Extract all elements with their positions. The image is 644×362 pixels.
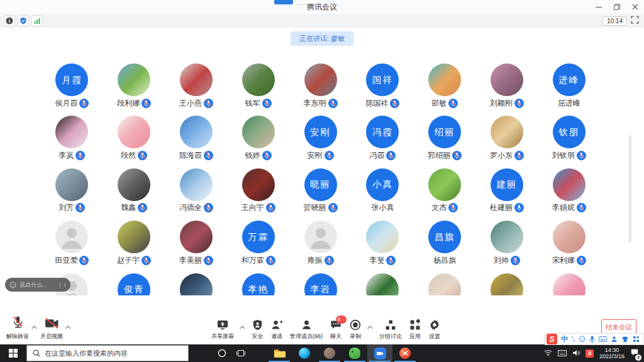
participant-tile[interactable]: 进峰屈进峰	[538, 63, 600, 116]
participant-tile[interactable]: 冯德全	[165, 168, 228, 221]
wifi-icon[interactable]	[544, 348, 552, 359]
toolbox-icon[interactable]	[633, 336, 640, 343]
participant-tile[interactable]: 冯霞冯霞	[352, 116, 414, 168]
participant-tile[interactable]: 国祥陈国祥	[352, 63, 414, 116]
network-signal-icon[interactable]	[31, 15, 43, 26]
participant-tile[interactable]: 雍振	[289, 221, 352, 273]
taskbar-app-edge[interactable]	[292, 344, 317, 362]
participant-tile[interactable]: 小真张小真	[352, 168, 414, 221]
participant-tile[interactable]: 刘芳	[41, 168, 103, 221]
participant-tile[interactable]: 田亚爱	[41, 221, 103, 273]
sogou-logo[interactable]: S	[547, 334, 557, 344]
punctuation-icon[interactable]: ’,	[572, 336, 575, 342]
participant-tile[interactable]: 安刚安刚	[289, 116, 352, 168]
participant-tile[interactable]: 钱军	[227, 63, 289, 116]
participant-tile[interactable]: 绍丽郭绍丽	[414, 116, 476, 168]
taskbar-app-profile-app[interactable]	[317, 344, 342, 362]
participant-avatar: 晓丽	[304, 168, 337, 201]
participant-tile[interactable]: 李东明	[289, 63, 352, 116]
participant-tile[interactable]: 段然	[103, 116, 165, 168]
toolbar-breakout-button[interactable]: 分组讨论	[378, 319, 403, 341]
participant-tile[interactable]: 李岩	[289, 273, 352, 295]
participant-tile[interactable]: 刘颖刚	[476, 63, 538, 116]
touch-keyboard-icon[interactable]	[558, 348, 567, 359]
participant-tile[interactable]: 刘帅	[476, 221, 538, 273]
participant-tile[interactable]: 罗小东	[476, 116, 538, 168]
participant-tile[interactable]: 段利娜	[103, 63, 165, 116]
record-chevron[interactable]	[367, 321, 373, 332]
minimize-button[interactable]	[589, 0, 608, 14]
unmute-button[interactable]: 解除静音	[5, 315, 30, 341]
participant-tile[interactable]	[165, 273, 228, 295]
toolbar-record-button[interactable]: 录制	[348, 319, 363, 341]
toolbar-members-button[interactable]: 管理成员(96)	[289, 319, 324, 341]
taskbar-search-input[interactable]: 在这里输入你要搜索的内容	[26, 345, 189, 361]
share-screen-chevron[interactable]	[240, 321, 245, 332]
sogou-tray-icon[interactable]: S	[586, 349, 594, 358]
taskbar-app-tencent-meeting[interactable]	[367, 344, 392, 362]
close-button[interactable]	[626, 0, 644, 14]
user-center-icon[interactable]	[611, 336, 618, 343]
participant-tile[interactable]: 邵敏	[414, 63, 476, 116]
mic-options-chevron[interactable]	[31, 321, 37, 332]
participant-tile[interactable]: 王小燕	[165, 63, 228, 116]
participant-tile[interactable]: 万霖和万霖	[227, 221, 289, 273]
participant-tile[interactable]: 宋利娜	[538, 221, 600, 273]
participant-tile[interactable]: 李斐	[352, 221, 414, 273]
participant-tile[interactable]: 李娟妮	[538, 168, 600, 221]
speaker-icon[interactable]	[572, 348, 580, 359]
chat-quick-input[interactable]: 说点什么... ‹	[5, 278, 70, 292]
toolbar-settings-button[interactable]: 设置	[427, 319, 442, 341]
taskbar-app-clip-app[interactable]	[392, 344, 418, 362]
participant-tile[interactable]: 昌旗杨昌旗	[414, 221, 476, 273]
action-center-icon[interactable]: 3	[630, 348, 639, 359]
skin-icon[interactable]	[621, 336, 629, 343]
participant-tile[interactable]: 王向宇	[227, 168, 289, 221]
toolbar-invite-button[interactable]: 邀请	[269, 319, 284, 341]
participant-tile[interactable]: 月霞侯月霞	[41, 63, 103, 116]
participant-tile[interactable]: 李岚	[41, 116, 103, 168]
emoji-picker-icon[interactable]	[579, 336, 586, 343]
participant-avatar: 进峰	[553, 63, 586, 96]
chinese-mode-icon[interactable]: 中	[561, 336, 568, 343]
toolbar-chat-button[interactable]: 4聊天	[328, 319, 343, 341]
chat-input-placeholder[interactable]: 说点什么...	[19, 281, 57, 289]
taskbar-clock[interactable]: 14:30 2022/3/16	[599, 347, 625, 360]
participant-tile[interactable]	[352, 273, 414, 295]
participant-tile[interactable]: 钦朋刘钦朋	[538, 116, 600, 168]
start-video-button[interactable]: 开启视频	[39, 318, 64, 341]
taskbar-app-green-app[interactable]	[342, 344, 367, 362]
participant-tile[interactable]	[414, 273, 476, 295]
toolbar-share-screen-button[interactable]: 共享屏幕	[210, 319, 235, 341]
participant-tile[interactable]	[476, 273, 538, 295]
start-button[interactable]	[0, 344, 26, 362]
toolbar-apps-button[interactable]: 应用	[408, 319, 423, 341]
taskbar-app-file-explorer[interactable]	[267, 344, 292, 362]
security-shield-icon[interactable]	[18, 15, 29, 26]
participant-tile[interactable]: 钱婷	[227, 116, 289, 168]
participant-tile[interactable]: 李美丽	[165, 221, 228, 273]
emoji-icon[interactable]	[9, 282, 16, 288]
participant-tile[interactable]: 赵子宇	[103, 221, 165, 273]
collapse-arrow-icon[interactable]: ‹	[64, 282, 66, 288]
scrollbar-thumb[interactable]	[629, 135, 631, 242]
task-view-button[interactable]	[231, 344, 250, 362]
participant-tile[interactable]: 建丽杜建丽	[476, 168, 538, 221]
voice-input-icon[interactable]	[589, 336, 595, 343]
meeting-info-icon[interactable]	[4, 15, 15, 26]
participant-tile[interactable]: 陈海霞	[165, 116, 228, 168]
restore-button[interactable]	[608, 0, 626, 14]
participant-name: 侯月霞	[55, 98, 77, 109]
participant-tile[interactable]: 文杰	[414, 168, 476, 221]
keyboard-icon[interactable]	[599, 336, 607, 342]
participant-tile[interactable]: 魏鑫	[103, 168, 165, 221]
toolbar-shield-button[interactable]: 安全	[250, 319, 265, 341]
participant-tile[interactable]	[538, 273, 600, 295]
participant-tile[interactable]: 晓丽贺晓丽	[289, 168, 352, 221]
video-options-chevron[interactable]	[65, 321, 71, 332]
fullscreen-icon[interactable]	[631, 15, 639, 26]
participant-tile[interactable]: 孝艳	[227, 273, 289, 295]
speaking-banner: 正在讲话: 廖敏	[291, 31, 353, 46]
cortana-button[interactable]	[213, 344, 231, 362]
participant-tile[interactable]: 俊青	[103, 273, 165, 295]
